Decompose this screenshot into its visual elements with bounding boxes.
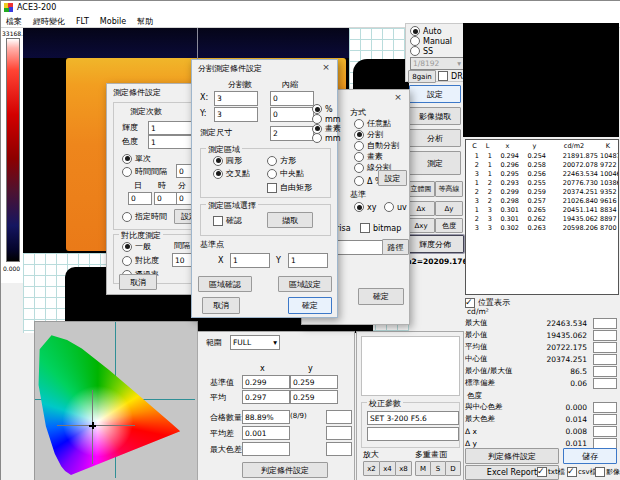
specified-time-radio[interactable] [122, 212, 132, 222]
method-ok-button[interactable]: 確定 [358, 288, 404, 305]
close-icon[interactable]: × [317, 61, 335, 74]
cross-radio[interactable] [213, 169, 223, 179]
table-row[interactable]: 220.2990.25920374.2519352 [466, 188, 618, 197]
ref-y-field[interactable]: 0.259 [290, 375, 338, 389]
split-radio[interactable] [354, 130, 364, 140]
table-row[interactable]: 110.2940.25421891.87510487 [466, 152, 618, 161]
manual-radio[interactable] [410, 36, 420, 46]
basis-uv[interactable]: uv [384, 202, 407, 212]
size-pixel-radio[interactable] [312, 124, 322, 134]
view-splitter-line[interactable] [197, 28, 198, 59]
calibration-param1-field[interactable]: SET 3-200 F5.6 [367, 411, 459, 425]
x-inset-field[interactable]: 0 [270, 91, 314, 106]
region-free-rect[interactable]: 自由矩形 [267, 182, 312, 193]
split-condition-dialog[interactable]: 分割測定條件設定 × 分割數 內縮 X: 3 0 Y: 3 0 % mm 測定尺… [191, 59, 338, 318]
inset-pct-radio-row[interactable]: % [312, 104, 333, 114]
size-mm-radio-row[interactable]: mm [312, 133, 341, 143]
method-set-button[interactable]: 設定 [378, 170, 407, 186]
auto-split-radio[interactable] [354, 141, 364, 151]
line-split-radio[interactable] [354, 163, 364, 173]
results-table[interactable]: CLxycd/m2K110.2940.25421891.87510487210.… [465, 139, 619, 295]
y-inset-field[interactable]: 0 [270, 107, 314, 122]
menu-item[interactable]: 幫助 [137, 16, 153, 27]
contrast-radio-row[interactable]: 對比度 [122, 255, 159, 266]
path-field[interactable] [336, 240, 386, 255]
center-radio[interactable] [267, 169, 277, 179]
txt-checkbox[interactable] [537, 467, 547, 477]
interval-radio-row[interactable]: 時間間隔 [122, 166, 167, 177]
measure-condition-dialog[interactable]: 測定條件設定 測定次數 輝度 1 色度 1 單次 時間間隔 0 日 時 分 0 … [106, 83, 204, 295]
menu-item[interactable]: 檔案 [6, 16, 22, 27]
method-auto-split[interactable]: 自動分割 [354, 140, 399, 151]
bitmap-checkbox-row[interactable]: bitmap [360, 223, 401, 233]
delta-x-button[interactable]: Δx [407, 201, 435, 216]
method-pixel[interactable]: 畫素 [354, 151, 383, 162]
circle-radio[interactable] [213, 156, 223, 166]
region-confirm-button[interactable]: 區域確認 [198, 276, 252, 292]
day-field[interactable]: 0 [128, 192, 152, 205]
delta-pct-radio[interactable] [354, 176, 364, 186]
ref-x-field[interactable]: 0.299 [242, 375, 290, 389]
region-set-button[interactable]: 區域設定 [278, 276, 332, 292]
method-split[interactable]: 分割 [354, 129, 383, 140]
chroma-count-field[interactable]: 1 [148, 135, 194, 149]
size-mm-radio[interactable] [312, 133, 322, 143]
contour-button[interactable]: 等高線 [435, 181, 463, 197]
measure-cancel-button[interactable]: 取消 [119, 274, 157, 290]
csv-checkbox-row[interactable]: csv檔 [567, 467, 597, 477]
confirm-checkbox[interactable] [213, 216, 223, 226]
square-radio[interactable] [267, 156, 277, 166]
size-field[interactable]: 2 [270, 126, 314, 141]
normal-radio[interactable] [122, 242, 132, 252]
multi-d-button[interactable]: D [445, 461, 461, 476]
confirm-checkbox-row[interactable]: 確認 [213, 215, 242, 226]
region-cross[interactable]: 交叉點 [213, 168, 250, 179]
x-div-field[interactable]: 3 [214, 91, 258, 106]
save-button[interactable]: 儲存 [563, 448, 617, 464]
luminance-dist-button[interactable]: 輝度分佈 [406, 235, 464, 253]
exposure-manual[interactable]: Manual [410, 36, 452, 46]
any-point-radio[interactable] [354, 119, 364, 129]
grab-button[interactable]: 擷取 [267, 212, 313, 228]
pixel-radio[interactable] [354, 152, 364, 162]
split-cancel-button[interactable]: 取消 [202, 297, 240, 314]
table-row[interactable]: 310.2950.25622463.53410046 [466, 170, 618, 179]
delta-y-button[interactable]: Δy [435, 201, 463, 216]
auto-radio[interactable] [410, 26, 420, 36]
dr-checkbox-row[interactable]: DR [438, 71, 463, 81]
view3d-button[interactable]: 立體圖 [407, 181, 435, 197]
menu-item[interactable]: Mobile [100, 17, 126, 26]
pct-radio[interactable] [312, 104, 322, 114]
delta-xy-button[interactable]: Δxy [407, 218, 435, 233]
zoom-x4-button[interactable]: x4 [379, 461, 396, 476]
result-judge-button[interactable]: 判定條件設定 [465, 448, 559, 464]
csv-checkbox[interactable] [567, 467, 577, 477]
image-file-checkbox-row[interactable]: 影像檔 [595, 467, 620, 477]
shutter-select[interactable]: 1/8192▾ [410, 57, 464, 70]
exposure-ss[interactable]: SS [410, 46, 433, 56]
table-row[interactable]: 130.3010.26520451.1418834 [466, 206, 618, 215]
lum-count-field[interactable]: 1 [148, 121, 194, 135]
xy-radio[interactable] [354, 202, 364, 212]
table-row[interactable]: 230.3010.26219435.0628897 [466, 215, 618, 224]
chroma-button[interactable]: 色度 [435, 218, 463, 233]
region-square[interactable]: 方形 [267, 155, 296, 166]
menu-item[interactable]: 經時變化 [33, 16, 65, 27]
analyze-button[interactable]: 分析 [409, 129, 461, 147]
avg-x-field[interactable]: 0.297 [242, 390, 290, 404]
normal-radio-row[interactable]: 一般 [122, 241, 151, 252]
interval-radio[interactable] [122, 167, 132, 177]
path-button[interactable]: 路徑 [382, 239, 409, 255]
free-rect-checkbox[interactable] [267, 183, 277, 193]
judge-condition-button[interactable]: 判定條件設定 [242, 462, 328, 478]
position-display-checkbox[interactable] [465, 298, 475, 308]
gain-button[interactable]: 8gain [408, 70, 436, 83]
single-radio[interactable] [122, 154, 132, 164]
ref-point-y-field[interactable]: 1 [288, 253, 328, 268]
avg-y-field[interactable]: 0.259 [290, 390, 338, 404]
ref-point-x-field[interactable]: 1 [230, 253, 270, 268]
multi-m-button[interactable]: M [415, 461, 431, 476]
contrast-radio[interactable] [122, 256, 132, 266]
region-circle[interactable]: 圓形 [213, 155, 242, 166]
range-select[interactable]: FULL▾ [230, 335, 280, 350]
